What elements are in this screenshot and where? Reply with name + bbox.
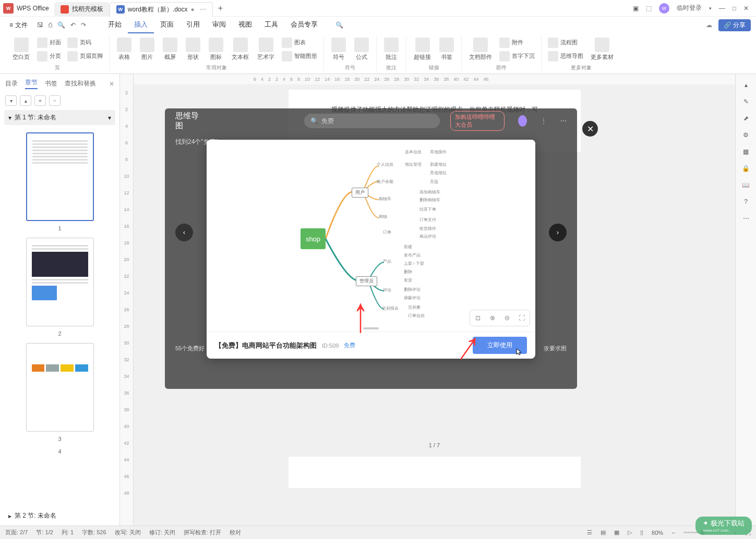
- shape-button[interactable]: 形状: [183, 36, 203, 62]
- menu-tab-start[interactable]: 开始: [102, 17, 128, 33]
- view-web-icon[interactable]: ▷: [628, 529, 632, 536]
- preview-canvas[interactable]: shop 用户 管理员 个人信息 账户余额 购物车 购物 订单 产品 评论 交易…: [207, 140, 535, 332]
- status-words[interactable]: 字数: 526: [82, 529, 106, 536]
- help-icon[interactable]: ?: [744, 198, 748, 205]
- lock-icon[interactable]: 🔒: [742, 165, 750, 172]
- status-proof[interactable]: 校对: [230, 529, 241, 536]
- smartart-button[interactable]: 智能图形: [280, 50, 319, 63]
- menu-tab-view[interactable]: 视图: [232, 17, 258, 33]
- section-1[interactable]: ▾ 第 1 节: 未命名 ▾: [4, 110, 115, 125]
- hyperlink-button[interactable]: 超链接: [411, 36, 434, 62]
- bookmark-button[interactable]: 书签: [436, 36, 457, 62]
- print-icon[interactable]: ⎙: [49, 21, 52, 29]
- section-1-toggle[interactable]: ▾: [108, 114, 111, 121]
- nav-tab-bookmarks[interactable]: 书签: [45, 79, 57, 88]
- redo-icon[interactable]: ↷: [81, 21, 86, 29]
- section-2[interactable]: ▸ 第 2 节: 未命名: [4, 508, 115, 523]
- view-text-icon[interactable]: ☰: [587, 529, 592, 536]
- status-page[interactable]: 页面: 2/7: [5, 529, 28, 536]
- zoom-out-button[interactable]: −: [671, 530, 675, 536]
- thumbnail-2[interactable]: [26, 238, 94, 326]
- thumbnail-3[interactable]: [26, 343, 94, 432]
- panel-icon[interactable]: ▣: [633, 5, 639, 12]
- icon-button[interactable]: 图标: [206, 36, 226, 62]
- page-break-button[interactable]: 分页: [35, 50, 63, 63]
- flowchart-button[interactable]: 流程图: [546, 36, 585, 49]
- login-label[interactable]: 临时登录: [677, 4, 702, 13]
- attachment-button[interactable]: 附件: [497, 36, 537, 49]
- zoom-in-icon[interactable]: ⊕: [487, 312, 498, 324]
- tab-document[interactable]: W word教程（新）.docx ● ⋯: [110, 2, 213, 17]
- status-section[interactable]: 节: 1/2: [36, 529, 53, 536]
- page-number-button[interactable]: 页码: [65, 36, 105, 49]
- cube-icon[interactable]: ⬚: [646, 5, 652, 12]
- overlay-menu-icon[interactable]: ⋮: [541, 117, 547, 125]
- file-menu[interactable]: ≡ 文件: [5, 21, 32, 30]
- symbol-button[interactable]: 符号: [328, 36, 349, 62]
- status-spell[interactable]: 拼写检查: 打开: [184, 529, 221, 536]
- overlay-close-button[interactable]: ✕: [582, 121, 598, 137]
- overlay-avatar[interactable]: [518, 115, 527, 127]
- nav-close-icon[interactable]: ✕: [109, 80, 114, 88]
- vip-badge[interactable]: 加购送哔哩哔哩大会员: [450, 111, 505, 131]
- table-button[interactable]: 表格: [114, 36, 135, 62]
- overlay-more-icon[interactable]: ⋯: [560, 117, 567, 125]
- menu-tab-vip[interactable]: 会员专享: [284, 17, 324, 33]
- book-icon[interactable]: 📖: [742, 181, 750, 189]
- zoom-out-icon[interactable]: ⊖: [501, 312, 513, 324]
- overlay-search[interactable]: 🔍 免费: [304, 114, 440, 128]
- maximize-button[interactable]: □: [733, 5, 736, 12]
- equation-button[interactable]: 公式: [351, 36, 372, 62]
- undo-icon[interactable]: ↶: [70, 21, 76, 29]
- rocket-icon[interactable]: ▴: [745, 81, 748, 89]
- docparts-button[interactable]: 文档部件: [466, 36, 495, 62]
- image-button[interactable]: 图片: [137, 36, 158, 62]
- tab-templates[interactable]: 找稻壳模板: [54, 2, 110, 17]
- blank-page-button[interactable]: 空白页: [9, 36, 33, 62]
- document-page-2[interactable]: [289, 457, 581, 488]
- menu-tab-review[interactable]: 审阅: [206, 17, 232, 33]
- more-assets-button[interactable]: 更多素材: [587, 36, 617, 62]
- nav-add-button[interactable]: +: [34, 95, 46, 106]
- next-button[interactable]: ›: [549, 224, 567, 241]
- nav-down-button[interactable]: ▾: [5, 95, 17, 106]
- nav-tab-toc[interactable]: 目录: [5, 79, 18, 88]
- view-page-icon[interactable]: ▤: [601, 529, 606, 536]
- close-button[interactable]: ✕: [743, 5, 749, 12]
- cloud-icon[interactable]: ☁: [706, 21, 712, 29]
- cover-button[interactable]: 封面: [35, 36, 63, 49]
- view-read-icon[interactable]: ▦: [614, 529, 619, 536]
- settings-icon[interactable]: ⚙: [743, 131, 749, 139]
- view-outline-icon[interactable]: ▯: [640, 529, 643, 536]
- mindmap-button[interactable]: 思维导图: [546, 50, 585, 63]
- menu-tab-insert[interactable]: 插入: [128, 17, 154, 33]
- more-icon[interactable]: ⋯: [743, 215, 749, 222]
- minimize-button[interactable]: —: [719, 5, 725, 12]
- tab-add-button[interactable]: +: [213, 4, 228, 13]
- preview-icon[interactable]: 🔍: [57, 21, 65, 29]
- share-button[interactable]: 🔗 分享: [718, 19, 751, 31]
- fit-icon[interactable]: ⛶: [516, 312, 527, 324]
- chart-button[interactable]: 图表: [280, 36, 319, 49]
- status-revise[interactable]: 修订: 关闭: [149, 529, 175, 536]
- pencil-icon[interactable]: ✎: [743, 98, 749, 105]
- tab-close-icon[interactable]: ⋯: [200, 6, 206, 13]
- zoom-level[interactable]: 80%: [652, 530, 663, 536]
- nav-tab-sections[interactable]: 章节: [25, 78, 38, 89]
- nav-remove-button[interactable]: −: [49, 95, 61, 106]
- nav-up-button[interactable]: ▴: [20, 95, 31, 106]
- prev-button[interactable]: ‹: [175, 224, 193, 241]
- header-footer-button[interactable]: 页眉页脚: [65, 50, 105, 63]
- wordart-button[interactable]: 艺术字: [254, 36, 278, 62]
- thumbnail-1[interactable]: [26, 132, 94, 221]
- page-icon[interactable]: ▦: [743, 148, 749, 155]
- textbox-button[interactable]: 文本框: [229, 36, 252, 62]
- dropcap-button[interactable]: 首字下沉: [497, 50, 537, 63]
- menu-tab-reference[interactable]: 引用: [180, 17, 206, 33]
- save-icon[interactable]: 🖫: [37, 21, 43, 29]
- comment-button[interactable]: 批注: [381, 36, 402, 62]
- user-avatar[interactable]: W: [659, 3, 669, 14]
- search-icon[interactable]: 🔍: [335, 21, 343, 29]
- menu-tab-page[interactable]: 页面: [154, 17, 180, 33]
- chevron-down-icon[interactable]: ▾: [709, 6, 712, 11]
